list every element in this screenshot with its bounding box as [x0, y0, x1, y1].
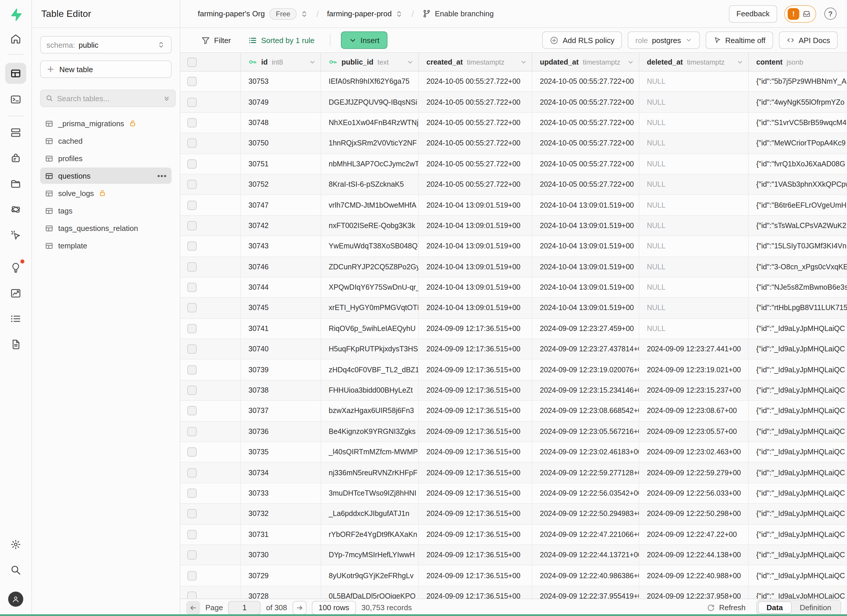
row-checkbox[interactable] — [187, 468, 196, 477]
cell-deleted-at[interactable]: 2024-09-09 12:22:47.22+00 — [639, 525, 749, 544]
cell-public-id[interactable]: 1hnRQjxSRm2V0VticY2NF — [321, 133, 419, 153]
chevron-down-icon[interactable] — [520, 59, 527, 65]
enable-branching-button[interactable]: Enable branching — [422, 9, 494, 18]
cell-deleted-at[interactable]: 2024-09-09 12:23:15.237+00 — [639, 380, 749, 401]
cell-public-id[interactable]: 0L5BAfDaLDl5rQOiqeKPO — [321, 587, 419, 598]
cell-updated-at[interactable]: 2024-09-09 12:23:15.234146+00 — [532, 380, 639, 401]
cell-id[interactable]: 30737 — [241, 401, 321, 421]
column-header[interactable]: content jsonb — [749, 53, 847, 71]
cell-content[interactable]: {"id":"3-O8cn_xPgs0cVxqKE — [749, 257, 847, 277]
cell-updated-at[interactable]: 2024-10-05 00:55:27.722+00 — [532, 92, 639, 112]
chevron-down-icon[interactable] — [627, 59, 634, 65]
logs-icon[interactable] — [8, 311, 23, 326]
cell-updated-at[interactable]: 2024-09-09 12:22:47.221066+00 — [532, 525, 639, 544]
cell-deleted-at[interactable]: 2024-09-09 12:22:40.988+00 — [639, 566, 749, 586]
table-row[interactable]: 30734 nj336mN5reuRVNZrKHFpF 2024-09-09 1… — [180, 463, 847, 483]
cell-created-at[interactable]: 2024-10-04 13:09:01.519+00 — [419, 195, 532, 215]
cell-deleted-at[interactable]: 2024-09-09 12:22:37.958+00 — [639, 587, 749, 598]
table-row[interactable]: 30742 nxFT002ISeRE-Qobg3K3k 2024-10-04 1… — [180, 215, 847, 236]
cell-deleted-at[interactable]: 2024-09-09 12:22:44.138+00 — [639, 545, 749, 565]
row-checkbox[interactable] — [187, 406, 196, 416]
cell-public-id[interactable]: _l40sQIRTmMZfcm-MWMPs — [321, 442, 419, 462]
cell-id[interactable]: 30741 — [241, 318, 321, 339]
cell-content[interactable]: {"id":"_Id9aLyJpMHQLaiQC — [749, 339, 847, 359]
cell-deleted-at[interactable]: 2024-09-09 12:23:05.57+00 — [639, 421, 749, 442]
add-rls-policy-button[interactable]: Add RLS policy — [542, 31, 622, 49]
table-row[interactable]: 30728 0L5BAfDaLDl5rQOiqeKPO 2024-09-09 1… — [180, 587, 847, 598]
table-row[interactable]: 30729 8yUKotr9qGYjK2eFRhgLv 2024-09-09 1… — [180, 566, 847, 587]
cell-created-at[interactable]: 2024-10-04 13:09:01.519+00 — [419, 236, 532, 256]
cell-deleted-at[interactable]: 2024-09-09 12:22:59.279+00 — [639, 463, 749, 483]
cell-public-id[interactable]: vrlh7CMD-JtM1bOweMHfA — [321, 195, 419, 215]
feedback-button[interactable]: Feedback — [729, 5, 777, 22]
cell-content[interactable]: {"id":"_Id9aLyJpMHQLaiQC — [749, 401, 847, 421]
cell-updated-at[interactable]: 2024-09-09 12:23:08.668542+00 — [532, 401, 639, 421]
cell-content[interactable]: {"id":"NJe5s8ZmBwnoB6e3s — [749, 277, 847, 298]
row-checkbox[interactable] — [187, 304, 196, 312]
filter-button[interactable]: Filter — [196, 33, 236, 47]
cell-public-id[interactable]: rYbORF2e4YgDt9fKAXaKn — [321, 525, 419, 544]
cell-updated-at[interactable]: 2024-10-05 00:55:27.722+00 — [532, 72, 639, 91]
cell-created-at[interactable]: 2024-10-05 00:55:27.722+00 — [419, 113, 532, 133]
cell-deleted-at[interactable]: NULL — [639, 154, 749, 174]
row-checkbox[interactable] — [187, 427, 196, 436]
cell-id[interactable]: 30745 — [241, 298, 321, 318]
cell-content[interactable]: {"id":"MeWCriorTPopA4Kc9 — [749, 133, 847, 153]
cell-id[interactable]: 30752 — [241, 174, 321, 195]
cell-created-at[interactable]: 2024-10-05 00:55:27.722+00 — [419, 154, 532, 174]
prev-page-button[interactable] — [186, 601, 200, 615]
cell-updated-at[interactable]: 2024-10-04 13:09:01.519+00 — [532, 257, 639, 277]
table-row[interactable]: 30752 8KraI-tSI-6-pSZcknaK5 2024-10-05 0… — [180, 174, 847, 195]
cell-content[interactable]: {"id":"_Id9aLyJpMHQLaiQC — [749, 483, 847, 504]
row-checkbox[interactable] — [187, 447, 196, 457]
cell-content[interactable]: {"id":"sTsWaLCPsVA2WuK2 — [749, 215, 847, 236]
cell-public-id[interactable]: RiqOV6p_5wihLeIAEQyhU — [321, 318, 419, 339]
cell-deleted-at[interactable]: NULL — [639, 133, 749, 153]
cell-public-id[interactable]: 8yUKotr9qGYjK2eFRhgLv — [321, 566, 419, 586]
help-button[interactable]: ? — [824, 7, 837, 20]
cell-updated-at[interactable]: 2024-10-04 13:09:01.519+00 — [532, 277, 639, 298]
cell-updated-at[interactable]: 2024-10-04 13:09:01.519+00 — [532, 195, 639, 215]
table-row[interactable]: 30744 XPQwDIqY6Y75SwDnU-qr_ 2024-10-04 1… — [180, 277, 847, 298]
org-chevrons-icon[interactable] — [300, 10, 308, 18]
table-row[interactable]: 30730 DYp-7mcyMSIrHefLYIwwH 2024-09-09 1… — [180, 545, 847, 566]
cell-content[interactable]: {"id":"_Id9aLyJpMHQLaiQC — [749, 360, 847, 380]
cell-public-id[interactable]: zHDq4c0F0VBF_TL2_dBZ1 — [321, 360, 419, 380]
row-checkbox[interactable] — [187, 345, 196, 354]
cell-created-at[interactable]: 2024-10-04 13:09:01.519+00 — [419, 257, 532, 277]
sidebar-table-item[interactable]: solve_logs — [40, 185, 172, 201]
table-row[interactable]: 30735 _l40sQIRTmMZfcm-MWMPs 2024-09-09 1… — [180, 442, 847, 463]
column-header[interactable]: id int8 — [241, 53, 321, 71]
cell-updated-at[interactable]: 2024-09-09 12:22:56.03542+00 — [532, 483, 639, 504]
rows-per-page-button[interactable]: 100 rows — [311, 601, 356, 615]
table-row[interactable]: 30747 vrlh7CMD-JtM1bOweMHfA 2024-10-04 1… — [180, 195, 847, 216]
cell-deleted-at[interactable]: 2024-09-09 12:22:56.033+00 — [639, 483, 749, 504]
cell-id[interactable]: 30732 — [241, 504, 321, 524]
cell-public-id[interactable]: nj336mN5reuRVNZrKHFpF — [321, 463, 419, 483]
cell-content[interactable]: {"id":"4wyNgK55lOfrpmYZo — [749, 92, 847, 112]
chevron-down-icon[interactable] — [407, 59, 414, 65]
cell-created-at[interactable]: 2024-09-09 12:17:36.515+00 — [419, 339, 532, 359]
table-row[interactable]: 30748 NhXEo1Xw04FnB4RzWTNjb 2024-10-05 0… — [180, 113, 847, 134]
table-row[interactable]: 30750 1hnRQjxSRm2V0VticY2NF 2024-10-05 0… — [180, 133, 847, 154]
new-table-button[interactable]: New table — [40, 60, 172, 78]
cell-content[interactable]: {"id":"fvrQ1bXoJ6XaAD08G — [749, 154, 847, 174]
cell-updated-at[interactable]: 2024-09-09 12:23:05.567216+00 — [532, 421, 639, 442]
cell-deleted-at[interactable]: 2024-09-09 12:23:02.463+00 — [639, 442, 749, 462]
cell-public-id[interactable]: 8KraI-tSI-6-pSZcknaK5 — [321, 174, 419, 195]
search-tables-box[interactable] — [40, 90, 176, 107]
row-checkbox[interactable] — [187, 592, 196, 598]
cell-updated-at[interactable]: 2024-10-04 13:09:01.519+00 — [532, 298, 639, 318]
sidebar-table-item[interactable]: profiles — [40, 150, 172, 167]
cell-deleted-at[interactable]: NULL — [639, 174, 749, 195]
cell-created-at[interactable]: 2024-10-04 13:09:01.519+00 — [419, 215, 532, 236]
cell-deleted-at[interactable]: NULL — [639, 257, 749, 277]
cell-content[interactable]: {"id":"rtHbLpgB8V11LUK7152 — [749, 298, 847, 318]
cell-content[interactable]: {"id":"1VASb3phnXXkQPCpw — [749, 174, 847, 195]
cell-content[interactable]: {"id":"15LSIyT0JGMf3KI4Vn — [749, 236, 847, 256]
tab-definition[interactable]: Definition — [792, 602, 840, 613]
edge-functions-icon[interactable] — [8, 202, 23, 217]
cell-public-id[interactable]: DGEJfJZPQUV9Q-IBqsNSi — [321, 92, 419, 112]
cell-id[interactable]: 30736 — [241, 421, 321, 442]
cell-created-at[interactable]: 2024-09-09 12:17:36.515+00 — [419, 401, 532, 421]
